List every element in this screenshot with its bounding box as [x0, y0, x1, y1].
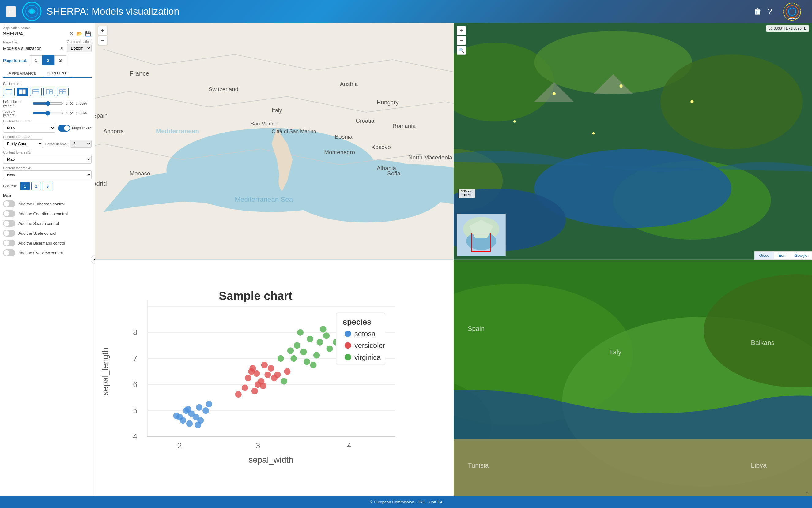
basemaps-toggle[interactable] — [3, 240, 15, 246]
svg-point-93 — [177, 414, 183, 420]
map-cell-top-left: France Spain Italy Switzerland Austria H… — [95, 23, 454, 259]
split-mode-buttons — [3, 88, 91, 96]
fullscreen-toggle[interactable] — [3, 201, 15, 207]
svg-text:The JRC Big Data Platform: The JRC Big Data Platform — [781, 20, 803, 21]
zoom-in-top-right[interactable]: + — [457, 26, 466, 35]
format-btn-3[interactable]: 3 — [54, 55, 67, 65]
footer-text: © European Commission - JRC - Unit T.4 — [370, 500, 442, 504]
content-area-4-select[interactable]: None Map Plotly Chart — [3, 170, 91, 179]
split-1col-button[interactable] — [3, 88, 15, 96]
svg-rect-16 — [60, 90, 63, 91]
zoom-out-top-left[interactable]: − — [98, 36, 107, 45]
top-row-slider[interactable] — [33, 111, 63, 116]
chevron-down-icon[interactable]: ⌄ — [805, 489, 809, 494]
overview-toggle[interactable] — [3, 249, 15, 256]
content-area-4-label: Content for area 4: — [3, 166, 91, 170]
split-2row-button[interactable] — [30, 88, 42, 96]
svg-rect-18 — [60, 92, 63, 94]
svg-text:Switzerland: Switzerland — [208, 86, 239, 92]
svg-text:5: 5 — [133, 406, 137, 415]
tab-content[interactable]: CONTENT — [42, 69, 72, 78]
save-button[interactable]: 💾 — [84, 30, 92, 37]
content-area-3-select[interactable]: Map Plotly Chart None — [3, 155, 91, 164]
svg-text:Madrid: Madrid — [95, 180, 107, 187]
minimap-inner — [457, 214, 505, 256]
svg-text:Mediterranean: Mediterranean — [156, 127, 199, 134]
clear-page-title-button[interactable]: ✕ — [59, 45, 64, 52]
content-number-row: Content: 1 2 3 — [3, 182, 91, 190]
format-btn-1[interactable]: 1 — [30, 55, 42, 65]
fullscreen-label: Add the Fullscreen control — [18, 202, 65, 206]
coordinates-toggle[interactable] — [3, 210, 15, 217]
left-col-clear[interactable]: ✕ — [69, 100, 74, 107]
map-satellite-bottom[interactable]: Spain Italy Balkans Tunisia Libya — [454, 260, 812, 496]
content-btn-3[interactable]: 3 — [43, 182, 52, 190]
page-title-input[interactable] — [3, 46, 57, 51]
map-osm-top-left[interactable]: France Spain Italy Switzerland Austria H… — [95, 23, 454, 259]
search-toggle[interactable] — [3, 220, 15, 227]
svg-point-125 — [281, 378, 287, 384]
help-button[interactable]: ? — [768, 7, 772, 16]
content-btn-1[interactable]: 1 — [20, 182, 30, 190]
svg-text:virginica: virginica — [354, 353, 381, 361]
basemap-google[interactable]: Google — [790, 251, 812, 259]
svg-point-58 — [513, 120, 516, 123]
svg-point-2 — [30, 9, 34, 13]
top-row-clear[interactable]: ✕ — [69, 110, 74, 117]
overview-label: Add the Overview control — [18, 251, 63, 255]
tab-appearance[interactable]: APPEARANCE — [3, 69, 42, 77]
split-2col-button[interactable] — [16, 88, 28, 96]
map-satellite[interactable] — [454, 23, 812, 259]
svg-text:6: 6 — [133, 380, 137, 389]
back-button[interactable]: ← — [6, 6, 16, 17]
top-row-increment[interactable]: › — [75, 110, 78, 117]
sample-chart-svg: Sample chart 4 5 6 7 8 — [95, 260, 454, 496]
scale-toggle[interactable] — [3, 230, 15, 237]
border-select[interactable]: 2 1 3 5 — [70, 140, 91, 147]
page-title-header: SHERPA: Models visualization — [46, 6, 754, 17]
svg-point-105 — [253, 370, 260, 376]
svg-point-114 — [323, 332, 330, 339]
svg-point-91 — [185, 406, 191, 412]
search-button-top-right[interactable]: 🔍 — [457, 46, 466, 55]
svg-text:Montenegro: Montenegro — [324, 149, 355, 156]
format-btn-2[interactable]: 2 — [42, 55, 54, 65]
svg-text:4: 4 — [133, 432, 137, 441]
svg-text:Balkans: Balkans — [751, 339, 774, 346]
maps-linked-switch[interactable] — [58, 125, 70, 132]
left-column-label: Left columnpercent: — [3, 100, 31, 107]
open-folder-button[interactable]: 📂 — [76, 30, 83, 37]
left-col-increment[interactable]: › — [75, 100, 78, 107]
app-name-input[interactable] — [3, 31, 67, 37]
sidebar-collapse-button[interactable]: ◀ — [91, 255, 95, 264]
svg-text:Spain: Spain — [467, 325, 484, 332]
clear-app-name-button[interactable]: ✕ — [69, 30, 74, 37]
animation-select[interactable]: Bottom Top Left Right None — [67, 44, 91, 52]
split-4grid-button[interactable] — [57, 88, 69, 96]
left-column-slider[interactable] — [33, 101, 63, 106]
split-mode-label: Split mode: — [3, 82, 91, 86]
svg-point-124 — [235, 391, 242, 397]
content-area-2-select[interactable]: Plotly Chart Map None — [3, 139, 43, 148]
svg-point-115 — [313, 352, 320, 358]
svg-point-55 — [552, 92, 555, 95]
svg-point-111 — [300, 348, 307, 355]
content-btn-2[interactable]: 2 — [31, 182, 41, 190]
svg-point-94 — [206, 400, 212, 407]
basemap-gisco[interactable]: Gisco — [755, 251, 774, 259]
scale-300: 300 km — [461, 189, 472, 193]
zoom-out-top-right[interactable]: − — [457, 36, 466, 45]
minimap-viewport-rect — [471, 233, 491, 252]
basemap-esri[interactable]: Esri — [774, 251, 790, 259]
left-col-decrement[interactable]: ‹ — [65, 100, 68, 107]
svg-rect-10 — [23, 90, 26, 94]
delete-button[interactable]: 🗑 — [754, 7, 762, 16]
svg-point-113 — [291, 355, 297, 362]
map-area: France Spain Italy Switzerland Austria H… — [95, 23, 812, 496]
svg-text:8: 8 — [133, 328, 137, 336]
top-row-decrement[interactable]: ‹ — [65, 110, 68, 117]
left-column-controls: ‹ ✕ › 50% — [65, 100, 87, 107]
content-area-1-select[interactable]: Map Plotly Chart None — [3, 124, 55, 132]
split-mixed-button[interactable] — [43, 88, 55, 96]
zoom-in-top-left[interactable]: + — [98, 26, 107, 35]
